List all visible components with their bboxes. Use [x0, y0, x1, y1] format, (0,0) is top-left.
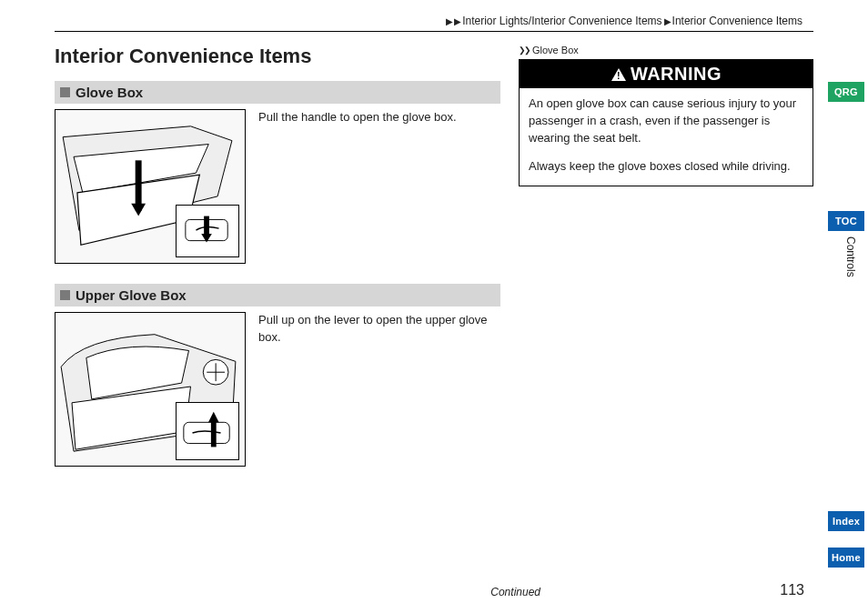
- lever-detail-icon: [177, 403, 238, 459]
- section-glove-box: Glove Box: [55, 81, 500, 264]
- breadcrumb-segment: Interior Lights/Interior Convenience Ite…: [462, 15, 661, 27]
- breadcrumb: ▶▶Interior Lights/Interior Convenience I…: [55, 15, 813, 27]
- warning-header: ! WARNING: [520, 60, 812, 88]
- svg-text:!: !: [617, 70, 621, 81]
- page: ▶▶Interior Lights/Interior Convenience I…: [0, 0, 868, 613]
- section-text: Pull the handle to open the glove box.: [246, 109, 500, 264]
- content-columns: Interior Convenience Items Glove Box: [55, 45, 813, 467]
- tab-controls[interactable]: Controls: [844, 236, 857, 277]
- section-heading: Glove Box: [55, 81, 500, 104]
- tab-index[interactable]: Index: [828, 511, 864, 531]
- page-footer: Continued 113: [55, 586, 813, 598]
- illustration-upper-glove-box: [55, 312, 246, 467]
- warning-triangle-icon: !: [611, 67, 627, 82]
- sidebar-reference: ❯❯ Glove Box: [519, 45, 813, 55]
- tab-toc[interactable]: TOC: [828, 211, 864, 231]
- section-body: Pull the handle to open the glove box.: [55, 109, 500, 264]
- warning-title: WARNING: [631, 64, 722, 85]
- square-bullet-icon: [60, 290, 70, 300]
- breadcrumb-segment: Interior Convenience Items: [672, 15, 802, 27]
- sidebar-ref-label: Glove Box: [532, 45, 579, 55]
- section-title: Glove Box: [76, 85, 143, 100]
- svg-rect-8: [184, 422, 229, 443]
- double-chevron-icon: ❯❯: [519, 45, 530, 55]
- section-text: Pull up on the lever to open the upper g…: [246, 312, 500, 467]
- square-bullet-icon: [60, 87, 70, 97]
- header-rule: [55, 31, 813, 32]
- illustration-glove-box: [55, 109, 246, 264]
- section-heading: Upper Glove Box: [55, 284, 500, 306]
- page-title: Interior Convenience Items: [55, 45, 500, 68]
- section-upper-glove-box: Upper Glove Box: [55, 284, 500, 467]
- illustration-inset: [176, 402, 239, 460]
- continued-label: Continued: [490, 586, 540, 598]
- section-title: Upper Glove Box: [76, 287, 187, 303]
- section-body: Pull up on the lever to open the upper g…: [55, 312, 500, 467]
- warning-body: An open glove box can cause serious inju…: [520, 88, 812, 186]
- warning-box: ! WARNING An open glove box can cause se…: [519, 59, 813, 186]
- sidebar-column: ❯❯ Glove Box ! WARNING An open glove box…: [519, 45, 813, 467]
- warning-paragraph: Always keep the glove boxes closed while…: [529, 158, 803, 176]
- svg-marker-10: [208, 412, 219, 423]
- side-tabs: QRG TOC Controls Index Home: [824, 0, 868, 613]
- page-number: 113: [780, 582, 804, 598]
- illustration-inset: [176, 205, 239, 257]
- tab-qrg[interactable]: QRG: [828, 82, 864, 102]
- chevron-right-icon: ▶: [454, 16, 461, 26]
- chevron-right-icon: ▶: [664, 16, 671, 26]
- warning-paragraph: An open glove box can cause serious inju…: [529, 95, 803, 147]
- handle-detail-icon: [177, 206, 238, 256]
- tab-home[interactable]: Home: [828, 548, 864, 568]
- chevron-right-icon: ▶: [446, 16, 453, 26]
- main-column: Interior Convenience Items Glove Box: [55, 45, 519, 467]
